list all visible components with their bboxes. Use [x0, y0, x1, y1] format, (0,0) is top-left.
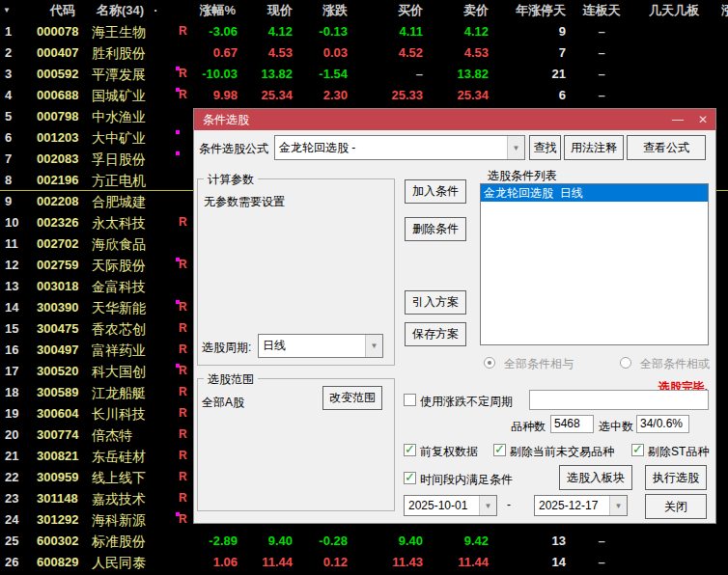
import-plan-button[interactable]: 引入方案: [405, 290, 466, 315]
radio-all-or[interactable]: [620, 357, 631, 369]
last-price: 9.40: [239, 531, 294, 552]
chevron-down-icon[interactable]: ▼: [507, 136, 524, 159]
radio-all-and[interactable]: [484, 357, 495, 369]
date-from-combobox[interactable]: 2025-10-01 ▼: [404, 495, 497, 516]
close-button[interactable]: 关闭: [645, 494, 707, 519]
stock-code: 000592: [35, 64, 91, 85]
dialog-titlebar[interactable]: 条件选股 — ✕: [194, 109, 715, 130]
forward-adjust-label: 前复权数据: [420, 444, 478, 460]
stock-name: 东岳硅材: [91, 446, 174, 467]
row-number-column-header[interactable]: ▼: [0, 0, 35, 21]
time-range-checkbox[interactable]: [404, 472, 416, 484]
change: -0.13: [294, 21, 350, 42]
table-row[interactable]: 25600302标准股份-2.899.40-0.289.409.4213–: [0, 531, 728, 552]
irregular-period-checkbox[interactable]: [404, 394, 416, 406]
exclude-untraded-checkbox[interactable]: [493, 444, 506, 456]
chevron-down-icon[interactable]: ▼: [365, 335, 382, 357]
column-header[interactable]: 买价: [350, 0, 425, 21]
ask-price: 4.53: [425, 42, 490, 64]
column-header[interactable]: 名称(34)·: [91, 0, 174, 21]
column-header[interactable]: 年涨停天: [490, 0, 568, 21]
table-row[interactable]: 3000592平潭发展R-10.0313.82-1.54–13.8221–: [0, 64, 728, 85]
column-header[interactable]: 连板天: [568, 0, 635, 21]
pick-to-block-button[interactable]: 选股入板块: [559, 465, 632, 490]
stock-name: 倍杰特: [91, 424, 174, 446]
condition-listbox[interactable]: 金龙轮回选股 日线: [480, 183, 709, 345]
pink-dot-marker: [176, 130, 180, 134]
usage-note-button[interactable]: 用法注释: [564, 135, 624, 160]
stock-code: 002208: [35, 191, 91, 212]
row-number: 5: [0, 106, 35, 127]
period-combobox[interactable]: 日线 ▼: [258, 334, 383, 358]
stock-name: 人民同泰: [91, 552, 174, 573]
date-to-value: 2025-12-17: [535, 496, 609, 515]
change: 0.03: [294, 42, 350, 64]
execute-pick-button[interactable]: 执行选股: [645, 465, 707, 490]
marker-cell: [174, 552, 193, 573]
change-range-button[interactable]: 改变范围: [322, 386, 382, 410]
stock-code: 300821: [35, 446, 91, 467]
marker-cell: R: [174, 340, 193, 361]
add-condition-button[interactable]: 加入条件: [405, 179, 466, 204]
stock-name: 海王生物: [91, 21, 174, 42]
column-header[interactable]: 现价: [239, 0, 294, 21]
stock-range-group-title: 选股范围: [204, 371, 258, 388]
r-badge: R: [179, 470, 187, 483]
marker-cell: R: [174, 361, 193, 382]
row-number: 9: [0, 191, 35, 212]
stock-name: 孚日股份: [91, 149, 174, 170]
minimize-icon[interactable]: —: [665, 113, 690, 126]
condition-list-item[interactable]: 金龙轮回选股 日线: [481, 184, 708, 202]
marker-cell: R: [174, 21, 193, 42]
condition-stock-dialog: 条件选股 — ✕ 条件选股公式 金龙轮回选股 - ▼ 查找 用法注释 查看公式 …: [193, 108, 716, 524]
stock-code: 000078: [35, 21, 91, 42]
stock-name: 富祥药业: [91, 340, 174, 361]
r-badge: R: [179, 67, 187, 80]
chevron-down-icon[interactable]: ▼: [609, 496, 627, 515]
change: -1.54: [294, 64, 350, 85]
marker-cell: [174, 42, 193, 64]
exclude-st-checkbox[interactable]: [631, 444, 644, 456]
marker-cell: R: [174, 297, 193, 318]
close-icon[interactable]: ✕: [690, 113, 715, 126]
stock-code: 002326: [35, 212, 91, 233]
row-number: 17: [0, 361, 35, 382]
r-badge: R: [179, 24, 187, 38]
partial-column-header[interactable]: 涨: [721, 0, 728, 21]
forward-adjust-checkbox[interactable]: [404, 444, 416, 456]
stock-code: 300475: [35, 318, 91, 340]
view-formula-button[interactable]: 查看公式: [627, 135, 706, 160]
table-row[interactable]: 4000688国城矿业R9.9825.342.3025.3325.346–: [0, 85, 728, 106]
stock-code: 600302: [35, 531, 91, 552]
range-value: 全部A股: [202, 395, 244, 411]
save-plan-button[interactable]: 保存方案: [405, 322, 466, 346]
table-row[interactable]: 1000078海王生物R-3.064.12-0.134.114.129–: [0, 21, 728, 42]
stock-code: 300497: [35, 340, 91, 361]
column-header[interactable]: 涨幅%: [193, 0, 239, 21]
column-header[interactable]: 卖价: [425, 0, 490, 21]
stock-code: 002196: [35, 170, 91, 191]
marker-cell: [174, 149, 193, 170]
delete-condition-button[interactable]: 删除条件: [405, 217, 466, 241]
date-to-combobox[interactable]: 2025-12-17 ▼: [534, 495, 628, 516]
formula-combobox[interactable]: 金龙轮回选股 - ▼: [274, 135, 525, 160]
row-number: 20: [0, 424, 35, 446]
column-header[interactable]: 几天几板: [635, 0, 713, 21]
column-header[interactable]: 代码: [35, 0, 91, 21]
table-row[interactable]: 2000407胜利股份0.674.530.034.524.537–: [0, 42, 728, 64]
row-number: 3: [0, 64, 35, 85]
table-row[interactable]: 26600829人民同泰1.0611.440.1211.4311.4414–: [0, 552, 728, 573]
stock-name: 平潭发展: [91, 64, 174, 85]
irregular-period-input[interactable]: [529, 390, 709, 410]
find-button[interactable]: 查找: [529, 135, 561, 160]
formula-combobox-value: 金龙轮回选股 -: [275, 136, 507, 159]
row-number: 2: [0, 42, 35, 64]
row-number: 11: [0, 233, 35, 255]
chevron-down-icon[interactable]: ▼: [479, 496, 496, 515]
column-header[interactable]: 涨跌: [294, 0, 350, 21]
row-number: 19: [0, 403, 35, 424]
r-badge: R: [179, 491, 187, 505]
stock-code: 300604: [35, 403, 91, 424]
change-pct: -3.06: [193, 21, 239, 42]
period-label: 选股周期:: [202, 340, 251, 356]
